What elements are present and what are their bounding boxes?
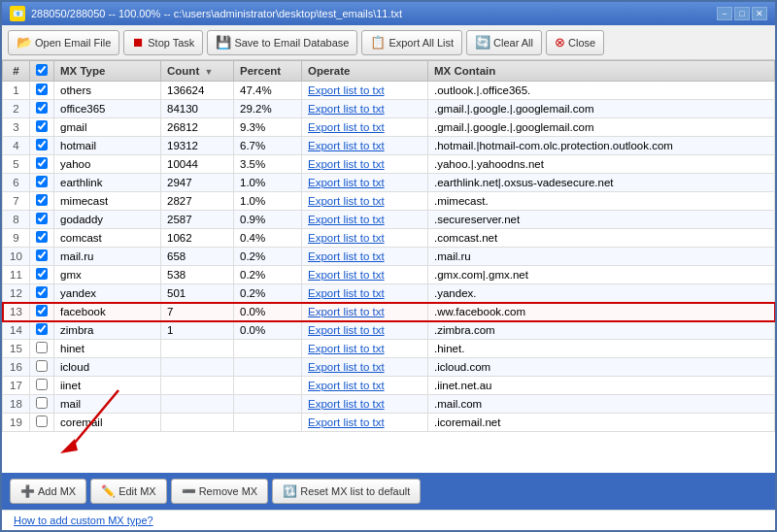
maximize-button[interactable]: □ <box>734 7 750 20</box>
row-checkbox[interactable] <box>36 397 48 409</box>
export-link[interactable]: Export list to txt <box>308 177 385 188</box>
row-count: 2587 <box>161 211 234 229</box>
row-num: 1 <box>3 82 30 100</box>
remove-mx-button[interactable]: ➖ Remove MX <box>171 479 269 504</box>
row-count <box>161 414 234 432</box>
table-row: 6earthlink29471.0%Export list to txt.ear… <box>3 174 775 192</box>
export-link[interactable]: Export list to txt <box>308 287 385 299</box>
export-link[interactable]: Export list to txt <box>308 232 385 244</box>
row-checkbox[interactable] <box>36 416 48 427</box>
minimize-button[interactable]: − <box>717 7 732 20</box>
row-mx-type: hinet <box>54 340 161 358</box>
row-operate: Export list to txt <box>302 155 428 174</box>
row-checkbox[interactable] <box>36 102 48 114</box>
export-link[interactable]: Export list to txt <box>308 398 385 410</box>
row-mx-type: mail.ru <box>54 248 161 266</box>
row-checkbox[interactable] <box>36 268 48 280</box>
row-checkbox-cell <box>30 229 54 248</box>
export-link[interactable]: Export list to txt <box>308 324 385 336</box>
row-checkbox-cell <box>30 155 54 174</box>
export-link[interactable]: Export list to txt <box>308 121 385 133</box>
row-checkbox[interactable] <box>36 213 48 224</box>
row-checkbox[interactable] <box>36 157 48 169</box>
col-percent[interactable]: Percent <box>234 61 302 82</box>
export-link[interactable]: Export list to txt <box>308 84 385 96</box>
row-mx-contain: .zimbra.com <box>428 321 775 340</box>
row-operate: Export list to txt <box>302 82 428 100</box>
row-mx-type: icloud <box>54 358 161 377</box>
export-link[interactable]: Export list to txt <box>308 158 385 170</box>
reset-mx-button[interactable]: 🔃 Reset MX list to default <box>272 479 421 504</box>
row-checkbox[interactable] <box>36 360 48 372</box>
table-container[interactable]: # MX Type Count ▼ Percent Operate MX Con… <box>2 60 775 473</box>
export-link[interactable]: Export list to txt <box>308 103 385 115</box>
col-operate: Operate <box>302 61 428 82</box>
row-num: 7 <box>3 192 30 211</box>
row-checkbox[interactable] <box>36 305 48 316</box>
row-checkbox[interactable] <box>36 286 48 298</box>
export-link[interactable]: Export list to txt <box>308 416 385 428</box>
export-link[interactable]: Export list to txt <box>308 214 385 225</box>
export-link[interactable]: Export list to txt <box>308 195 385 207</box>
content-area: # MX Type Count ▼ Percent Operate MX Con… <box>2 60 775 530</box>
sort-arrow-icon: ▼ <box>204 67 213 77</box>
row-num: 8 <box>3 211 30 229</box>
export-link[interactable]: Export list to txt <box>308 306 385 317</box>
row-percent: 0.0% <box>234 303 302 321</box>
row-checkbox[interactable] <box>36 249 48 261</box>
close-button[interactable]: ⊗ Close <box>546 30 604 55</box>
row-checkbox[interactable] <box>36 139 48 150</box>
table-row: 18mailExport list to txt.mail.com <box>3 395 775 414</box>
row-operate: Export list to txt <box>302 118 428 137</box>
select-all-checkbox[interactable] <box>36 64 48 76</box>
export-link[interactable]: Export list to txt <box>308 250 385 262</box>
export-link[interactable]: Export list to txt <box>308 140 385 151</box>
col-count[interactable]: Count ▼ <box>161 61 234 82</box>
row-mx-type: facebook <box>54 303 161 321</box>
row-count: 19312 <box>161 137 234 155</box>
row-num: 12 <box>3 284 30 303</box>
row-checkbox-cell <box>30 174 54 192</box>
title-bar: 📧 288050/288050 -- 100.00% -- c:\users\a… <box>2 2 775 25</box>
row-checkbox[interactable] <box>36 323 48 335</box>
row-mx-contain: .iinet.net.au <box>428 377 775 395</box>
export-link[interactable]: Export list to txt <box>308 269 385 281</box>
row-operate: Export list to txt <box>302 303 428 321</box>
svg-marker-1 <box>60 439 78 453</box>
row-checkbox[interactable] <box>36 120 48 132</box>
export-all-list-button[interactable]: 📋 Export All List <box>361 30 462 55</box>
export-link[interactable]: Export list to txt <box>308 343 385 354</box>
add-mx-button[interactable]: ➕ Add MX <box>10 479 86 504</box>
save-to-email-database-button[interactable]: 💾 Save to Email Database <box>207 30 357 55</box>
open-email-file-button[interactable]: 📂 Open Email File <box>8 30 119 55</box>
row-checkbox-cell <box>30 118 54 137</box>
row-checkbox[interactable] <box>36 194 48 206</box>
folder-icon: 📂 <box>17 35 32 50</box>
row-operate: Export list to txt <box>302 137 428 155</box>
clear-all-button[interactable]: 🔄 Clear All <box>466 30 542 55</box>
row-num: 17 <box>3 377 30 395</box>
row-percent <box>234 377 302 395</box>
row-mx-contain: .gmail.|.google.|.googlemail.com <box>428 100 775 118</box>
row-operate: Export list to txt <box>302 321 428 340</box>
help-link[interactable]: How to add custom MX type? <box>14 511 153 530</box>
row-percent: 0.2% <box>234 248 302 266</box>
row-percent: 0.9% <box>234 211 302 229</box>
row-checkbox[interactable] <box>36 231 48 243</box>
table-row: 13facebook70.0%Export list to txt.ww.fac… <box>3 303 775 321</box>
col-num: # <box>3 61 30 82</box>
row-count <box>161 340 234 358</box>
export-link[interactable]: Export list to txt <box>308 361 385 373</box>
row-checkbox[interactable] <box>36 176 48 187</box>
row-checkbox[interactable] <box>36 342 48 353</box>
export-link[interactable]: Export list to txt <box>308 380 385 391</box>
table-row: 8godaddy25870.9%Export list to txt.secur… <box>3 211 775 229</box>
col-mx-type[interactable]: MX Type <box>54 61 161 82</box>
row-checkbox[interactable] <box>36 379 48 390</box>
close-window-button[interactable]: ✕ <box>752 7 767 20</box>
table-header-row: # MX Type Count ▼ Percent Operate MX Con… <box>3 61 775 82</box>
row-mx-contain: .yandex. <box>428 284 775 303</box>
row-checkbox[interactable] <box>36 83 48 95</box>
stop-task-button[interactable]: ⏹ Stop Task <box>123 30 203 55</box>
edit-mx-button[interactable]: ✏️ Edit MX <box>90 479 167 504</box>
